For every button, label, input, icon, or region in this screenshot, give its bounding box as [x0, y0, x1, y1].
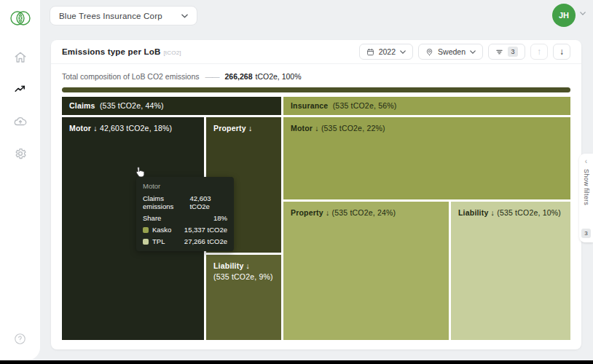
tooltip-row: TPL 27,266 tCO2e: [143, 237, 227, 245]
tooltip-row: Share 18%: [143, 214, 227, 222]
panel-title-unit: [tCO2]: [163, 50, 181, 56]
total-dash: ——: [205, 72, 219, 81]
panel-header: Emissions type per LoB[tCO2] 2022 Sweden: [51, 40, 581, 64]
tooltip-row-label: Kasko: [152, 226, 171, 234]
total-suffix: tCO2e, 100%: [255, 72, 301, 81]
tooltip-row: Kasko 15,337 tCO2e: [143, 226, 227, 234]
group-info: (535 tCO2e, 56%): [333, 101, 397, 110]
leaf-circles-logo-icon: [9, 9, 32, 27]
tooltip-row-label: TPL: [152, 237, 165, 245]
chevron-left-icon: ‹: [585, 158, 587, 165]
filter-count-badge: 3: [508, 47, 518, 57]
chevron-down-icon: [470, 50, 476, 54]
drill-down-arrow-icon: ↓: [315, 124, 318, 132]
sidebar-item-settings[interactable]: [14, 147, 27, 160]
cell-label: Motor: [69, 124, 91, 132]
emissions-panel: Emissions type per LoB[tCO2] 2022 Sweden: [51, 40, 581, 349]
kasko-color-swatch: [143, 227, 149, 233]
panel-title: Emissions type per LoB[tCO2]: [62, 47, 181, 56]
treemap-cell-insurance-motor[interactable]: Motor ↓ (535 tCO2e, 22%): [283, 117, 570, 199]
total-value: 266,268: [225, 72, 253, 81]
treemap-group-insurance[interactable]: Insurance (535 tCO2e, 56%): [283, 97, 570, 115]
tooltip-row-value: 18%: [213, 214, 227, 222]
avatar-chevron-down-icon[interactable]: [580, 12, 586, 15]
show-filters-label: Show filters: [583, 169, 590, 226]
treemap-cell-claims-liability[interactable]: Liability ↓ (535 tCO2e, 9%): [206, 255, 281, 340]
gear-icon: [14, 147, 27, 160]
tooltip-row-label: Claims emissions: [143, 194, 189, 210]
sidebar-item-home[interactable]: [14, 51, 27, 64]
cloud-upload-icon: [14, 115, 27, 128]
bottom-bar: [0, 360, 593, 364]
sidebar: [0, 0, 40, 360]
total-composition-bar: [62, 87, 570, 92]
company-selector[interactable]: Blue Trees Insurance Corp: [50, 6, 197, 25]
tooltip-row-value: 42,603 tCO2e: [189, 194, 227, 210]
sidebar-item-upload[interactable]: [14, 115, 27, 128]
move-down-button[interactable]: ↓: [553, 44, 570, 60]
group-label: Claims: [69, 101, 95, 110]
show-filters-count-badge: 3: [581, 229, 591, 238]
cell-info: (535 tCO2e, 24%): [331, 208, 396, 217]
chevron-down-icon: [181, 14, 188, 18]
trend-chart-icon: [14, 83, 27, 96]
drill-down-arrow-icon: ↓: [248, 124, 252, 132]
location-pin-icon: [425, 48, 433, 56]
drill-down-arrow-icon: ↓: [93, 124, 97, 132]
cell-label: Liability: [458, 208, 488, 217]
cell-label: Property: [291, 208, 323, 217]
home-icon: [14, 51, 27, 64]
cell-label: Property: [213, 124, 246, 132]
tooltip-row-value: 27,266 tCO2e: [184, 237, 227, 245]
company-selector-label: Blue Trees Insurance Corp: [59, 12, 162, 20]
filters-button[interactable]: 3: [488, 44, 525, 60]
treemap-cell-insurance-property[interactable]: Property ↓ (535 tCO2e, 24%): [283, 202, 449, 340]
cell-info: 42,603 tCO2e, 18%): [100, 124, 172, 132]
cell-info: (535 tCO2e, 10%): [497, 208, 561, 217]
region-filter-button[interactable]: Sweden: [418, 44, 483, 60]
year-filter-button[interactable]: 2022: [359, 44, 413, 60]
tooltip-row-value: 15,337 tCO2e: [184, 226, 227, 234]
help-icon: [14, 333, 26, 345]
total-composition-label: Total composition of LoB CO2 emissions: [62, 72, 200, 81]
user-avatar[interactable]: JH: [552, 4, 576, 27]
treemap-cell-insurance-liability[interactable]: Liability ↓ (535 tCO2e, 10%): [451, 202, 570, 340]
group-info: (535 tCO2e, 44%): [100, 101, 164, 110]
region-filter-label: Sweden: [438, 47, 466, 56]
sidebar-item-help[interactable]: [14, 333, 27, 346]
tooltip-row: Claims emissions 42,603 tCO2e: [143, 194, 227, 210]
drill-down-arrow-icon: ↓: [491, 208, 495, 217]
app-logo[interactable]: [9, 6, 32, 31]
drill-down-arrow-icon: ↓: [326, 208, 329, 217]
chevron-down-icon: [400, 50, 406, 54]
year-filter-label: 2022: [379, 47, 396, 56]
chart-tooltip: Motor Claims emissions 42,603 tCO2e Shar…: [136, 177, 234, 251]
cell-label: Liability: [213, 261, 243, 270]
move-up-button[interactable]: ↑: [530, 44, 548, 60]
mouse-cursor-hand-icon: [136, 166, 145, 178]
filter-lines-icon: [495, 48, 503, 56]
group-label: Insurance: [291, 101, 328, 110]
sidebar-item-analytics[interactable]: [14, 83, 27, 96]
tooltip-title: Motor: [143, 182, 227, 190]
cell-info: (535 tCO2e, 22%): [321, 124, 385, 132]
cell-label: Motor: [291, 124, 313, 132]
tpl-color-swatch: [143, 239, 149, 245]
total-composition-row: Total composition of LoB CO2 emissions —…: [51, 64, 581, 86]
cell-info: (535 tCO2e, 9%): [213, 272, 274, 282]
drill-down-arrow-icon: ↓: [246, 261, 250, 270]
show-filters-tab[interactable]: ‹ Show filters 3: [579, 154, 593, 242]
tooltip-row-label: Share: [143, 214, 161, 222]
treemap-group-claims[interactable]: Claims (535 tCO2e, 44%): [62, 97, 281, 115]
calendar-icon: [366, 48, 374, 56]
